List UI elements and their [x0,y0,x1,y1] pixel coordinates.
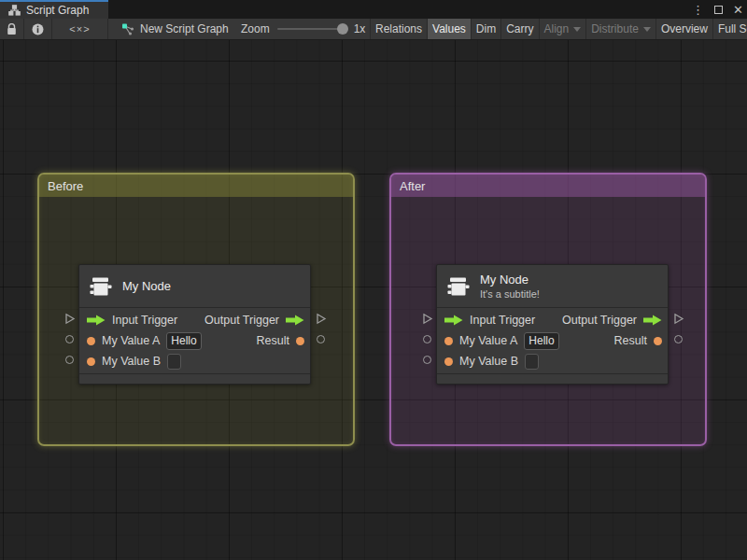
lock-icon [7,23,17,35]
flow-output-port-icon[interactable] [315,313,327,325]
hierarchy-icon [8,5,21,16]
node-subtitle: It's a subtitle! [480,288,540,300]
value-a-port-icon[interactable] [65,335,74,343]
info-button[interactable] [24,19,52,39]
graph-icon [121,23,134,35]
value-b-port-icon[interactable] [65,356,74,364]
dim-button[interactable]: Dim [471,19,500,39]
graph-name-area[interactable]: New Script Graph [121,19,229,39]
value-port-icon[interactable] [87,337,95,345]
value-b-input[interactable] [525,354,539,370]
output-trigger-label: Output Trigger [562,314,637,327]
flow-input-port-icon[interactable] [63,313,76,325]
value-port-icon[interactable] [444,357,453,366]
node-after[interactable]: My Node It's a subtitle! Input Trigger [436,264,669,385]
zoom-value: 1x [354,22,366,35]
value-port-icon[interactable] [296,337,304,345]
input-trigger-label: Input Trigger [112,314,177,327]
node-before-body: Input Trigger Output Trigger My Valu [79,308,310,373]
view-options-bar: Relations Values Dim Carry Align Distrib… [370,19,747,39]
value-b-label: My Value B [102,355,161,368]
unit-icon [446,274,471,299]
value-a-input[interactable] [166,332,202,350]
node-after-output-ports [669,264,687,385]
node-before-input-ports [60,264,78,385]
node-after-header[interactable]: My Node It's a subtitle! [437,265,668,308]
flow-arrow-icon[interactable] [643,315,662,326]
group-after-header[interactable]: After [391,175,705,197]
flow-arrow-icon[interactable] [444,315,463,326]
flow-input-port-icon[interactable] [421,313,433,325]
node-after-body: Input Trigger Output Trigger My Valu [437,308,668,373]
distribute-dropdown[interactable]: Distribute [585,19,655,39]
zoom-slider-handle[interactable] [337,23,348,35]
node-before[interactable]: My Node Input Trigger Output Trigger [78,264,311,385]
info-icon [32,23,44,35]
chevron-down-icon [643,27,651,32]
flow-output-port-icon[interactable] [672,313,684,325]
node-before-header[interactable]: My Node [79,265,310,308]
result-port-icon[interactable] [674,335,683,343]
input-trigger-label: Input Trigger [470,314,535,327]
zoom-label: Zoom [241,22,270,35]
node-before-footer [79,373,310,384]
values-button[interactable]: Values [427,19,471,39]
maximize-icon[interactable] [714,6,723,14]
relations-button[interactable]: Relations [370,19,427,39]
group-after-label: After [400,179,425,193]
zoom-slider[interactable] [277,28,346,30]
value-b-input[interactable] [167,354,181,370]
node-title: My Node [480,273,540,287]
lock-button[interactable] [0,19,24,39]
graph-name-label: New Script Graph [140,22,229,35]
overview-button[interactable]: Overview [655,19,712,39]
value-b-port-icon[interactable] [423,356,431,364]
node-title: My Node [122,279,171,293]
node-after-footer [437,373,668,384]
result-port-icon[interactable] [317,335,325,343]
tab-title: Script Graph [26,4,89,17]
result-label: Result [614,334,647,347]
fullscreen-button[interactable]: Full Screen [712,19,747,39]
tab-script-graph[interactable]: Script Graph [0,0,108,19]
node-after-input-ports [417,264,436,385]
unit-icon [89,274,113,299]
carry-button[interactable]: Carry [500,19,538,39]
value-a-label: My Value A [459,334,517,347]
node-after-wrap: My Node It's a subtitle! Input Trigger [417,264,687,385]
align-dropdown[interactable]: Align [539,19,586,39]
output-trigger-label: Output Trigger [204,314,279,327]
tab-strip: Script Graph ⋮ ✕ [0,0,747,19]
node-before-output-ports [311,264,330,385]
close-icon[interactable]: ✕ [733,3,743,17]
menu-icon[interactable]: ⋮ [692,3,704,17]
value-a-label: My Value A [102,334,160,347]
flow-arrow-icon[interactable] [87,315,106,326]
group-before-label: Before [48,179,83,193]
value-a-input[interactable] [524,332,559,350]
graph-canvas[interactable]: Before After [0,40,747,560]
chevron-down-icon [573,27,581,32]
result-label: Result [257,334,289,347]
graph-toolbar: <×> New Script Graph Zoom 1x Relations V… [0,19,747,40]
value-b-label: My Value B [459,355,518,368]
code-preview-button[interactable]: <×> [52,19,108,39]
value-a-port-icon[interactable] [423,335,431,343]
node-before-wrap: My Node Input Trigger Output Trigger [60,264,330,385]
flow-arrow-icon[interactable] [286,315,304,326]
group-before-header[interactable]: Before [39,175,353,197]
value-port-icon[interactable] [654,337,662,345]
script-graph-window: Script Graph ⋮ ✕ <×> [0,0,747,560]
value-port-icon[interactable] [444,337,453,345]
value-port-icon[interactable] [87,357,95,366]
